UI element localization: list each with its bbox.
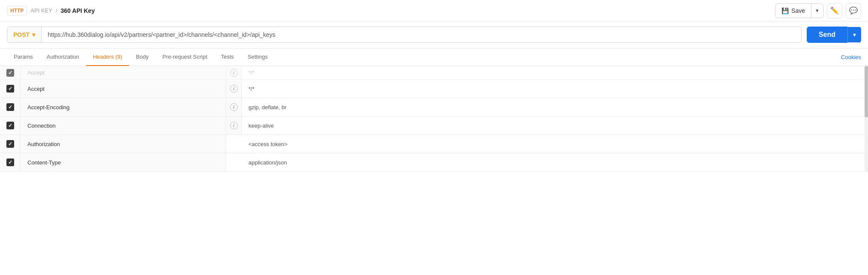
save-button[interactable]: 💾 Save — [775, 4, 811, 17]
row-info-partial[interactable]: i — [226, 66, 242, 79]
send-chevron-button[interactable]: ▾ — [847, 27, 861, 42]
row-authorization-actions — [842, 135, 868, 153]
tab-headers[interactable]: Headers (9) — [86, 48, 129, 66]
checkbox-icon[interactable]: ✓ — [6, 85, 14, 93]
tab-tests[interactable]: Tests — [214, 48, 241, 66]
info-circle-icon: i — [230, 85, 238, 93]
checkbox-icon[interactable]: ✓ — [6, 103, 14, 111]
pencil-icon: ✏️ — [830, 6, 839, 15]
header-bar: HTTP API KEY / 360 API Key 💾 Save ▾ ✏️ 💬 — [0, 0, 868, 21]
headers-table-wrapper: ✓ Accept i */* ✓ Accept i */* — [0, 66, 868, 172]
row-key-partial: Accept — [21, 66, 226, 79]
checkbox-icon[interactable]: ✓ — [6, 69, 14, 77]
table-row: ✓ Connection i keep-alive — [0, 117, 868, 135]
row-accept-encoding-checkbox[interactable]: ✓ — [0, 98, 21, 116]
row-connection-key: Connection — [21, 117, 226, 135]
row-connection-checkbox[interactable]: ✓ — [0, 117, 21, 135]
chevron-down-icon: ▾ — [816, 7, 819, 14]
row-authorization-key: Authorization — [21, 135, 226, 153]
breadcrumb-title: 360 API Key — [61, 7, 95, 14]
method-label: POST — [13, 31, 30, 38]
table-row: ✓ Content-Type i application/json — [0, 153, 868, 172]
tabs-left: Params Authorization Headers (9) Body Pr… — [7, 48, 275, 66]
cookies-link[interactable]: Cookies — [841, 54, 861, 60]
table-row: ✓ Accept-Encoding i gzip, deflate, br — [0, 98, 868, 117]
tab-pre-request-script[interactable]: Pre-request Script — [156, 48, 214, 66]
header-right: 💾 Save ▾ ✏️ 💬 — [775, 3, 861, 18]
checkbox-icon[interactable]: ✓ — [6, 158, 14, 166]
breadcrumb-separator: / — [56, 7, 57, 14]
breadcrumb-api-label: API KEY — [30, 7, 52, 14]
row-content-type-value: application/json — [242, 153, 842, 171]
comment-icon: 💬 — [849, 6, 858, 15]
checkbox-icon[interactable]: ✓ — [6, 140, 14, 148]
row-connection-actions — [842, 117, 868, 135]
row-connection-value: keep-alive — [242, 117, 842, 135]
checkbox-icon[interactable]: ✓ — [6, 122, 14, 129]
tabs-bar: Params Authorization Headers (9) Body Pr… — [0, 48, 868, 66]
row-accept-value: */* — [242, 80, 842, 98]
row-accept-checkbox[interactable]: ✓ — [0, 80, 21, 98]
url-input[interactable] — [42, 27, 801, 42]
save-label: Save — [791, 7, 805, 14]
row-value-partial: */* — [242, 66, 842, 79]
header-left: HTTP API KEY / 360 API Key — [7, 6, 95, 15]
table-row: ✓ Accept i */* — [0, 80, 868, 98]
row-content-type-actions — [842, 153, 868, 171]
comment-button[interactable]: 💬 — [846, 3, 861, 18]
row-accept-encoding-info[interactable]: i — [226, 98, 242, 116]
url-bar: POST ▾ Send ▾ — [0, 21, 868, 48]
info-circle-icon: i — [230, 103, 238, 111]
tab-authorization[interactable]: Authorization — [40, 48, 86, 66]
table-row: ✓ Authorization i <access token> — [0, 135, 868, 153]
method-dropdown[interactable]: POST ▾ — [7, 27, 42, 42]
headers-badge: (9) — [115, 54, 122, 60]
info-circle-icon: i — [230, 69, 238, 77]
send-chevron-icon: ▾ — [853, 31, 856, 38]
scrollbar-thumb[interactable] — [865, 66, 868, 117]
save-icon: 💾 — [781, 7, 789, 14]
send-button[interactable]: Send — [807, 27, 847, 43]
row-authorization-checkbox[interactable]: ✓ — [0, 135, 21, 153]
save-chevron-button[interactable]: ▾ — [811, 4, 823, 17]
row-accept-key: Accept — [21, 80, 226, 98]
row-authorization-value: <access token> — [242, 135, 842, 153]
tab-settings[interactable]: Settings — [241, 48, 275, 66]
row-accept-info[interactable]: i — [226, 80, 242, 98]
row-checkbox-partial[interactable]: ✓ — [0, 66, 21, 79]
tab-params[interactable]: Params — [7, 48, 40, 66]
info-circle-icon: i — [230, 122, 238, 129]
http-badge: HTTP — [7, 6, 27, 15]
row-actions-partial — [842, 66, 868, 79]
row-accept-encoding-actions — [842, 98, 868, 116]
row-connection-info[interactable]: i — [226, 117, 242, 135]
url-container: POST ▾ — [7, 27, 802, 43]
tab-body[interactable]: Body — [129, 48, 156, 66]
row-accept-encoding-key: Accept-Encoding — [21, 98, 226, 116]
edit-button[interactable]: ✏️ — [827, 3, 842, 18]
scrollbar-track[interactable] — [865, 66, 868, 172]
send-button-group: Send ▾ — [807, 27, 861, 43]
row-accept-encoding-value: gzip, deflate, br — [242, 98, 842, 116]
save-button-group: 💾 Save ▾ — [775, 3, 823, 18]
row-content-type-checkbox[interactable]: ✓ — [0, 153, 21, 171]
method-chevron-icon: ▾ — [32, 31, 35, 38]
row-accept-actions — [842, 80, 868, 98]
row-content-type-key: Content-Type — [21, 153, 226, 171]
table-row: ✓ Accept i */* — [0, 66, 868, 80]
